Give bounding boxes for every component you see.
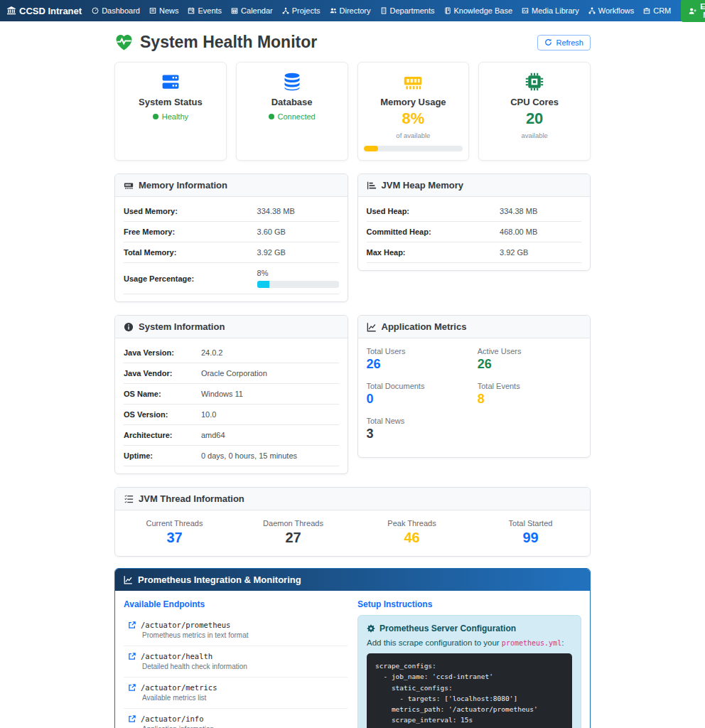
metric-active-users: Active Users26 xyxy=(478,347,581,372)
prometheus-card: Prometheus Integration & Monitoring Avai… xyxy=(114,568,591,728)
metric-total-users: Total Users26 xyxy=(367,347,470,372)
green-dot-icon xyxy=(153,114,158,119)
nav-item-workflows[interactable]: Workflows xyxy=(588,6,635,15)
prometheus-config-alert: Prometheus Server Configuration Add this… xyxy=(357,615,581,728)
status-badge: Healthy xyxy=(153,112,188,121)
table-row: Architecture:amd64 xyxy=(124,425,339,446)
system-information-card: System Information Java Version:24.0.2 J… xyxy=(114,315,348,474)
nav-item-crm[interactable]: CRM xyxy=(643,6,671,15)
metric-total-documents: Total Documents0 xyxy=(367,382,470,407)
bank-icon xyxy=(7,6,16,15)
config-intro: Add this scrape configuration to your pr… xyxy=(367,638,572,647)
card-header: Application Metrics xyxy=(358,316,591,338)
memory-info-table: Used Memory:334.38 MB Free Memory:3.60 G… xyxy=(124,201,339,294)
nav-item-projects[interactable]: Projects xyxy=(282,6,321,15)
nav-item-events[interactable]: Events xyxy=(188,6,222,15)
bar-chart-steps-icon xyxy=(367,181,377,191)
memory-usage-card: Memory Usage 8% of available xyxy=(357,62,470,161)
diagram-icon xyxy=(588,7,596,14)
card-header: Memory Information xyxy=(115,174,348,197)
memory-usage-value: 8% xyxy=(402,110,424,127)
system-info-table: Java Version:24.0.2 Java Vendor:Oracle C… xyxy=(124,343,339,466)
thread-daemon: Daemon Threads27 xyxy=(234,519,352,546)
navbar-right: Enroll Now admin (All Department) xyxy=(681,0,705,22)
thread-peak: Peak Threads46 xyxy=(352,519,471,546)
jvm-heap-memory-card: JVM Heap Memory Used Heap:334.38 MB Comm… xyxy=(357,173,591,271)
refresh-icon xyxy=(544,38,552,46)
threads-grid: Current Threads37 Daemon Threads27 Peak … xyxy=(115,510,590,556)
enroll-now-button[interactable]: Enroll Now xyxy=(681,0,705,22)
external-link-icon xyxy=(128,621,136,629)
status-badge: Connected xyxy=(269,112,316,121)
main-content: System Health Monitor Refresh System Sta… xyxy=(114,21,591,728)
inline-code: prometheus.yml xyxy=(502,639,561,647)
brand[interactable]: CCSD Intranet xyxy=(7,6,82,16)
endpoint-link-metrics[interactable]: /actuator/metrics Available metrics list xyxy=(124,678,348,709)
nav-item-news[interactable]: News xyxy=(149,6,179,15)
nav-item-directory[interactable]: Directory xyxy=(330,6,371,15)
refresh-button[interactable]: Refresh xyxy=(537,35,591,50)
external-link-icon xyxy=(128,714,136,723)
table-row: Max Heap:3.92 GB xyxy=(367,242,582,263)
nav-item-departments[interactable]: Departments xyxy=(380,6,435,15)
person-plus-icon xyxy=(689,7,696,15)
application-metrics-card: Application Metrics Total Users26 Active… xyxy=(357,315,591,458)
images-icon xyxy=(522,7,529,14)
table-row: Uptime:0 days, 0 hours, 15 minutes xyxy=(124,446,339,466)
endpoint-link-info[interactable]: /actuator/info Application information xyxy=(124,709,348,728)
heap-info-table: Used Heap:334.38 MB Committed Heap:468.0… xyxy=(367,201,582,263)
nav-item-calendar[interactable]: Calendar xyxy=(231,6,273,15)
nav-item-knowledge-base[interactable]: Knowledge Base xyxy=(444,6,513,15)
memory-information-card: Memory Information Used Memory:334.38 MB… xyxy=(114,173,348,302)
graph-up-icon xyxy=(124,575,133,584)
cpu-cores-card: CPU Cores 20 available xyxy=(478,62,591,161)
speedometer-icon xyxy=(92,7,99,14)
metric-total-events: Total Events8 xyxy=(478,382,581,407)
graph-up-icon xyxy=(367,322,377,332)
thread-current: Current Threads37 xyxy=(115,519,234,546)
database-icon xyxy=(282,71,302,92)
system-status-card: System Status Healthy xyxy=(114,62,227,161)
nav-menu: Dashboard News Events Calendar Projects … xyxy=(92,6,671,15)
thread-total-started: Total Started99 xyxy=(471,519,590,546)
nav-item-media-library[interactable]: Media Library xyxy=(522,6,579,15)
page-title: System Health Monitor xyxy=(114,33,317,52)
table-row: Free Memory:3.60 GB xyxy=(124,222,339,242)
table-row: Committed Heap:468.00 MB xyxy=(367,222,582,242)
jvm-thread-information-card: JVM Thread Information Current Threads37… xyxy=(114,487,591,557)
card-header: JVM Heap Memory xyxy=(358,174,591,197)
card-header: JVM Thread Information xyxy=(115,488,590,510)
table-row: OS Version:10.0 xyxy=(124,405,339,425)
info-circle-icon xyxy=(124,322,134,332)
memory-icon xyxy=(403,71,423,92)
table-row: Total Memory:3.92 GB xyxy=(124,242,339,263)
calendar-event-icon xyxy=(188,7,195,14)
gear-icon xyxy=(367,624,375,633)
building-icon xyxy=(380,7,387,14)
server-icon xyxy=(161,71,181,92)
people-icon xyxy=(330,7,337,14)
memory-icon xyxy=(124,181,134,191)
prometheus-header: Prometheus Integration & Monitoring xyxy=(115,569,590,591)
metrics-grid: Total Users26 Active Users26 Total Docum… xyxy=(367,343,582,450)
external-link-icon xyxy=(128,683,136,692)
setup-column: Setup Instructions Prometheus Server Con… xyxy=(357,599,581,728)
endpoint-link-prometheus[interactable]: /actuator/prometheus Prometheus metrics … xyxy=(124,615,348,646)
usage-percentage-progress xyxy=(257,281,339,288)
newspaper-icon xyxy=(149,7,156,14)
external-link-icon xyxy=(128,652,136,660)
endpoint-link-health[interactable]: /actuator/health Detailed health check i… xyxy=(124,646,348,678)
table-row: Java Version:24.0.2 xyxy=(124,343,339,363)
card-header: System Information xyxy=(115,316,348,338)
cpu-cores-value: 20 xyxy=(526,110,543,127)
briefcase-icon xyxy=(643,7,650,14)
endpoints-column: Available Endpoints /actuator/prometheus… xyxy=(124,599,348,728)
cpu-icon xyxy=(524,71,544,92)
table-row: Used Memory:334.38 MB xyxy=(124,201,339,222)
nav-item-dashboard[interactable]: Dashboard xyxy=(92,6,140,15)
scrape-config-code-block: scrape_configs: - job_name: 'ccsd-intran… xyxy=(367,653,572,728)
metric-total-news: Total News3 xyxy=(367,417,470,441)
table-row: Java Vendor:Oracle Corporation xyxy=(124,363,339,384)
memory-usage-progress xyxy=(364,146,463,151)
table-row: OS Name:Windows 11 xyxy=(124,384,339,405)
